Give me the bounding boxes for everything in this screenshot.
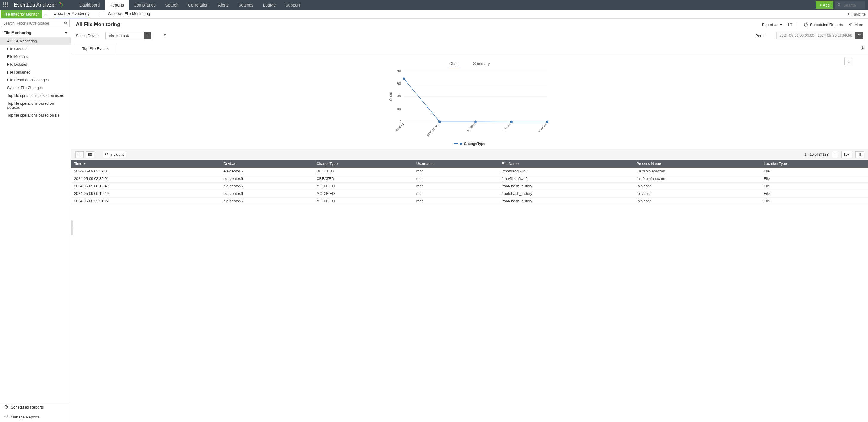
svg-text:Count: Count <box>389 92 393 101</box>
table-row[interactable]: 2024-05-09 00:19:49ela-centos6MODIFIEDro… <box>71 190 868 198</box>
tab-top-file-events[interactable]: Top File Events <box>76 44 115 53</box>
chart-tab-summary[interactable]: Summary <box>472 59 491 68</box>
fim-dropdown[interactable]: ⌄ <box>42 10 49 18</box>
search-icon <box>64 21 68 26</box>
svg-line-3 <box>66 24 67 25</box>
col-process-name[interactable]: Process Name <box>633 160 761 168</box>
device-select[interactable]: ela-centos6 <box>105 32 144 39</box>
svg-point-5 <box>6 416 7 417</box>
sidebar-item-9[interactable]: Top file operations based on file <box>0 112 71 119</box>
results-toolbar: Incident 1 - 10 of 34138 › 10 ▾ <box>71 149 868 160</box>
export-as-dropdown[interactable]: Export as▾ <box>762 23 782 27</box>
col-username[interactable]: Username <box>413 160 499 168</box>
svg-text:deleted: deleted <box>395 123 404 132</box>
next-page-button[interactable]: › <box>832 151 838 158</box>
svg-point-48 <box>105 153 107 155</box>
sidebar-item-0[interactable]: All File Monitoring <box>0 37 71 45</box>
main-content: All File Monitoring Export as▾ Scheduled… <box>71 19 868 422</box>
incident-button[interactable]: Incident <box>103 151 126 158</box>
reports-search-input[interactable] <box>1 20 70 27</box>
sidebar-tree: All File MonitoringFile CreatedFile Modi… <box>0 37 71 119</box>
col-location-type[interactable]: Location Type <box>761 160 868 168</box>
svg-text:40k: 40k <box>397 69 402 72</box>
chart-tab-chart[interactable]: Chart <box>448 59 460 68</box>
svg-point-28 <box>438 121 441 123</box>
topnav-compliance[interactable]: Compliance <box>129 0 160 10</box>
favorite-toggle[interactable]: ★ Favorite <box>847 10 866 18</box>
table-row[interactable]: 2024-05-08 22:51:22ela-centos6MODIFIEDro… <box>71 198 868 205</box>
add-device-button[interactable]: + <box>144 32 151 39</box>
sidebar-item-2[interactable]: File Modified <box>0 53 71 61</box>
scheduled-reports-link[interactable]: Scheduled Reports <box>0 402 71 412</box>
sidebar-item-4[interactable]: File Renamed <box>0 68 71 76</box>
more-menu[interactable]: More <box>848 23 863 27</box>
svg-text:permission...: permission... <box>426 123 440 137</box>
top-bar: EventLog Analyzer DashboardReportsCompli… <box>0 0 868 10</box>
sidebar-item-6[interactable]: System File Changes <box>0 84 71 92</box>
list-view-button[interactable] <box>86 151 94 158</box>
svg-text:30k: 30k <box>397 82 402 86</box>
svg-line-49 <box>107 155 108 156</box>
product-logo: EventLog Analyzer <box>14 2 63 8</box>
sidebar-item-1[interactable]: File Created <box>0 45 71 53</box>
sidebar-section-header[interactable]: File Monitoring ▾ <box>0 28 71 37</box>
svg-text:modified: modified <box>466 123 476 133</box>
page-title: All File Monitoring <box>76 22 120 28</box>
topnav-correlation[interactable]: Correlation <box>183 0 213 10</box>
add-button[interactable]: Add <box>816 1 833 9</box>
topnav-dashboard[interactable]: Dashboard <box>75 0 105 10</box>
col-device[interactable]: Device <box>220 160 313 168</box>
manage-reports-label: Manage Reports <box>11 415 39 419</box>
period-label: Period <box>755 33 767 38</box>
manage-reports-link[interactable]: Manage Reports <box>0 412 71 422</box>
topnav-alerts[interactable]: Alerts <box>213 0 234 10</box>
select-device-label: Select Device <box>76 33 99 38</box>
chart: 010k20k30k40kCountdeletedpermission...mo… <box>386 68 553 140</box>
sidebar-collapse-handle[interactable]: ⋮ <box>71 220 73 235</box>
sidebar-item-3[interactable]: File Deleted <box>0 61 71 68</box>
top-nav: DashboardReportsComplianceSearchCorrelat… <box>75 0 305 10</box>
column-settings-button[interactable] <box>856 151 864 158</box>
calendar-button[interactable] <box>856 32 863 39</box>
table-row[interactable]: 2024-05-09 03:39:01ela-centos6CREATEDroo… <box>71 175 868 183</box>
svg-point-45 <box>88 153 89 153</box>
logo-arc-icon <box>57 2 63 8</box>
col-time[interactable]: Time▼ <box>71 160 220 168</box>
svg-point-30 <box>510 121 513 123</box>
filter-icon[interactable] <box>163 33 167 38</box>
chart-options-dropdown[interactable]: ⌄ <box>844 58 853 65</box>
table-row[interactable]: 2024-05-09 00:19:49ela-centos6MODIFIEDro… <box>71 183 868 190</box>
apps-icon[interactable] <box>3 2 8 8</box>
topnav-settings[interactable]: Settings <box>234 0 258 10</box>
scheduled-reports-button[interactable]: Scheduled Reports <box>804 22 843 27</box>
svg-point-0 <box>838 3 840 5</box>
svg-rect-11 <box>858 34 861 37</box>
results-table: Time▼DeviceChangeTypeUsernameFile NamePr… <box>71 160 868 205</box>
topnav-logme[interactable]: LogMe <box>258 0 280 10</box>
col-changetype[interactable]: ChangeType <box>314 160 413 168</box>
svg-text:10k: 10k <box>397 108 402 111</box>
period-range-input[interactable]: 2024-05-01 00:00:00 - 2024-05-30 23:59:5… <box>776 32 856 39</box>
topnav-search[interactable]: Search <box>160 0 183 10</box>
gear-icon[interactable] <box>860 46 865 52</box>
table-row[interactable]: 2024-05-09 03:39:01ela-centos6DELETEDroo… <box>71 168 868 175</box>
topnav-support[interactable]: Support <box>280 0 305 10</box>
grid-view-button[interactable] <box>75 151 84 158</box>
sidebar-item-8[interactable]: Top file operations based on devices <box>0 99 71 112</box>
page-size-select[interactable]: 10 ▾ <box>841 151 852 158</box>
svg-rect-10 <box>851 23 852 26</box>
topnav-reports[interactable]: Reports <box>104 0 129 10</box>
col-file-name[interactable]: File Name <box>498 160 633 168</box>
svg-point-15 <box>862 48 863 49</box>
legend-label: ChangeType <box>464 142 485 146</box>
product-name: EventLog Analyzer <box>14 2 56 8</box>
sidebar-item-7[interactable]: Top file operations based on users <box>0 92 71 99</box>
sidebar-section-label: File Monitoring <box>4 30 31 35</box>
chart-tabs: ChartSummary <box>448 59 491 68</box>
svg-rect-52 <box>861 153 861 156</box>
search-icon <box>837 3 841 8</box>
save-report-button[interactable] <box>788 22 793 27</box>
sidebar-item-5[interactable]: File Permission Changes <box>0 76 71 84</box>
subtab-0[interactable]: Linux File Monitoring <box>54 11 90 17</box>
subtab-1[interactable]: Windows File Monitoring <box>108 11 150 17</box>
